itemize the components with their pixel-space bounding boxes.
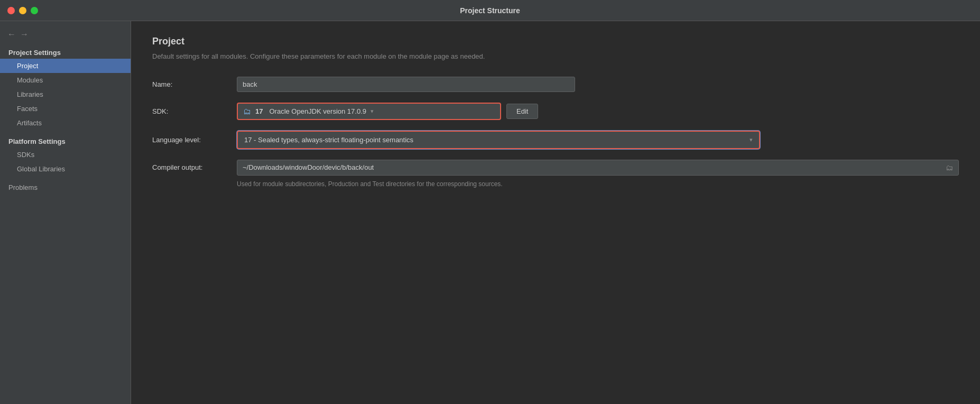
sdk-label: SDK: <box>152 107 237 115</box>
sidebar-separator <box>0 130 131 134</box>
compiler-folder-icon[interactable]: 🗂 <box>946 163 953 172</box>
platform-settings-label: Platform Settings <box>0 134 131 148</box>
maximize-button[interactable] <box>31 7 38 14</box>
window-title: Project Structure <box>460 6 520 15</box>
language-level-label: Language level: <box>152 136 237 144</box>
compiler-output-text: ~/Downloads/windowDoor/devic/b/back/out <box>243 163 941 171</box>
language-dropdown-arrow-icon: ▾ <box>750 136 753 143</box>
sidebar-item-global-libraries[interactable]: Global Libraries <box>0 162 131 176</box>
forward-arrow-icon[interactable]: → <box>20 30 29 39</box>
sdk-folder-icon: 🗂 <box>243 107 251 116</box>
sdk-dropdown[interactable]: 🗂 17 Oracle OpenJDK version 17.0.9 ▾ <box>237 103 501 120</box>
sdk-dropdown-arrow-icon: ▾ <box>371 108 374 115</box>
nav-controls: ← → <box>0 25 131 45</box>
content-description: Default settings for all modules. Config… <box>152 51 959 62</box>
minimize-button[interactable] <box>19 7 26 14</box>
sidebar-item-project[interactable]: Project <box>0 59 131 73</box>
sidebar-item-modules[interactable]: Modules <box>0 73 131 87</box>
name-row: Name: <box>152 77 959 92</box>
sdk-row: SDK: 🗂 17 Oracle OpenJDK version 17.0.9 … <box>152 103 959 120</box>
name-input[interactable] <box>237 77 575 92</box>
compiler-output-row: Compiler output: ~/Downloads/windowDoor/… <box>152 160 959 176</box>
name-label: Name: <box>152 80 237 88</box>
sidebar: ← → Project Settings Project Modules Lib… <box>0 21 131 404</box>
language-level-dropdown[interactable]: 17 - Sealed types, always-strict floatin… <box>237 131 760 149</box>
close-button[interactable] <box>7 7 15 14</box>
sidebar-item-libraries[interactable]: Libraries <box>0 87 131 102</box>
sdk-text: Oracle OpenJDK version 17.0.9 <box>269 107 366 115</box>
compiler-hint: Used for module subdirectories, Producti… <box>237 180 959 189</box>
title-bar: Project Structure <box>0 0 980 21</box>
compiler-output-label: Compiler output: <box>152 163 237 171</box>
main-content: ← → Project Settings Project Modules Lib… <box>0 21 980 404</box>
name-control-area <box>237 77 959 92</box>
sdk-number: 17 <box>255 107 263 115</box>
sdk-control-area: 🗂 17 Oracle OpenJDK version 17.0.9 ▾ Edi… <box>237 103 959 120</box>
sidebar-item-facets[interactable]: Facets <box>0 102 131 116</box>
sidebar-item-artifacts[interactable]: Artifacts <box>0 116 131 130</box>
language-level-control-area: 17 - Sealed types, always-strict floatin… <box>237 131 959 149</box>
sidebar-item-problems[interactable]: Problems <box>0 180 131 195</box>
language-level-row: Language level: 17 - Sealed types, alway… <box>152 131 959 149</box>
window-controls <box>7 7 38 14</box>
language-level-text: 17 - Sealed types, always-strict floatin… <box>244 136 750 144</box>
compiler-output-input-wrap: ~/Downloads/windowDoor/devic/b/back/out … <box>237 160 959 176</box>
content-title: Project <box>152 36 959 47</box>
sidebar-item-sdks[interactable]: SDKs <box>0 148 131 162</box>
edit-sdk-button[interactable]: Edit <box>506 104 538 119</box>
back-arrow-icon[interactable]: ← <box>7 30 16 39</box>
content-area: Project Default settings for all modules… <box>131 21 980 404</box>
project-settings-label: Project Settings <box>0 45 131 59</box>
